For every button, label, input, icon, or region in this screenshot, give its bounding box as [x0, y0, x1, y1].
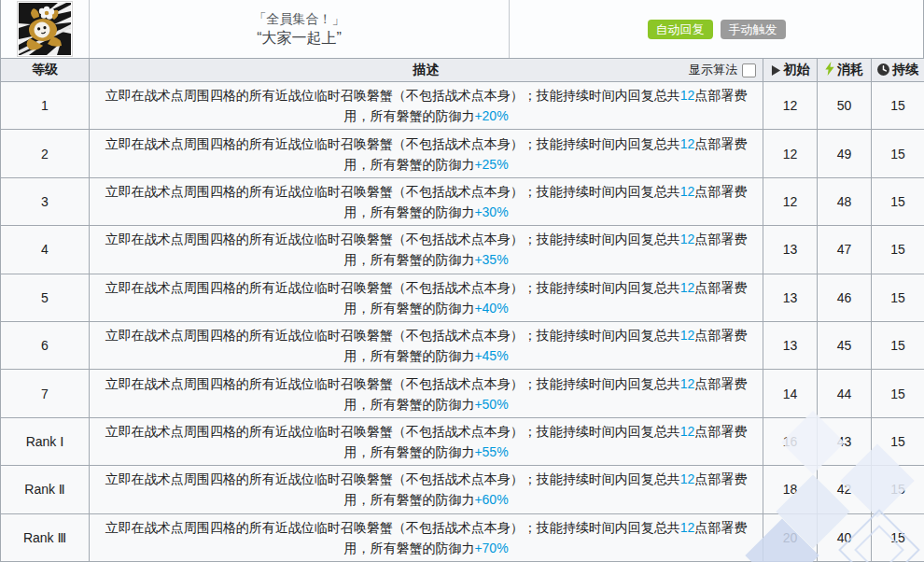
defense-bonus-value: +50%: [474, 397, 508, 412]
sp-recovery-value: 12: [680, 376, 695, 391]
defense-bonus-value: +30%: [474, 204, 508, 219]
desc-line1-pre: 立即在战术点周围四格的所有近战位临时召唤磐蟹（不包括战术点本身）；技能持续时间内…: [105, 136, 680, 151]
defense-bonus-value: +60%: [474, 492, 508, 507]
initial-sp-cell: 16: [763, 417, 818, 465]
description-cell: 立即在战术点周围四格的所有近战位临时召唤磐蟹（不包括战术点本身）；技能持续时间内…: [90, 370, 763, 417]
desc-line1-pre: 立即在战术点周围四格的所有近战位临时召唤磐蟹（不包括战术点本身）；技能持续时间内…: [105, 184, 680, 199]
desc-line2-pre: 用，所有磐蟹的防御力: [343, 252, 474, 267]
sp-cost-cell: 50: [818, 82, 872, 130]
sp-cost-cell: 43: [818, 417, 872, 465]
skill-title: 「全員集合！」: [254, 10, 345, 27]
lightning-bolt-icon: [825, 62, 834, 76]
sp-cost-cell: 49: [818, 130, 872, 177]
skill-level-table: 等级 描述 显示算法 初始 消耗 持续 1 立即在战术点周围四格的所有近战位临时…: [0, 58, 924, 562]
desc-line2-pre: 用，所有磐蟹的防御力: [343, 348, 474, 363]
skill-level-row: 2 立即在战术点周围四格的所有近战位临时召唤磐蟹（不包括战术点本身）；技能持续时…: [1, 130, 924, 177]
level-column-header: 等级: [1, 59, 90, 82]
desc-line1-post: 点部署费: [694, 424, 747, 439]
description-cell: 立即在战术点周围四格的所有近战位临时召唤磐蟹（不包括战术点本身）；技能持续时间内…: [90, 321, 763, 369]
defense-bonus-value: +45%: [474, 348, 508, 363]
show-algorithm-control: 显示算法: [689, 62, 756, 78]
initial-sp-cell: 20: [763, 513, 818, 561]
duration-cell: 15: [872, 513, 924, 561]
description-cell: 立即在战术点周围四格的所有近战位临时召唤磐蟹（不包括战术点本身）；技能持续时间内…: [90, 466, 763, 513]
level-cell: 1: [1, 82, 90, 130]
desc-line1-post: 点部署费: [694, 88, 747, 103]
desc-line2-pre: 用，所有磐蟹的防御力: [343, 397, 474, 412]
sp-recovery-value: 12: [680, 471, 695, 486]
skill-level-row: Rank Ⅱ 立即在战术点周围四格的所有近战位临时召唤磐蟹（不包括战术点本身）；…: [1, 466, 924, 513]
initial-sp-cell: 13: [763, 274, 818, 321]
duration-cell: 15: [872, 177, 924, 225]
defense-bonus-value: +40%: [474, 301, 508, 316]
desc-line1-pre: 立即在战术点周围四格的所有近战位临时召唤磐蟹（不包括战术点本身）；技能持续时间内…: [105, 376, 680, 391]
skill-level-row: 7 立即在战术点周围四格的所有近战位临时召唤磐蟹（不包括战术点本身）；技能持续时…: [1, 370, 924, 417]
level-cell: 3: [1, 177, 90, 225]
defense-bonus-value: +70%: [474, 541, 508, 555]
level-cell: 6: [1, 321, 90, 369]
sp-charge-type-badge: 自动回复: [648, 20, 713, 39]
defense-bonus-value: +35%: [474, 252, 508, 267]
description-cell: 立即在战术点周围四格的所有近战位临时召唤磐蟹（不包括战术点本身）；技能持续时间内…: [90, 417, 763, 465]
table-header-row: 等级 描述 显示算法 初始 消耗 持续: [1, 59, 924, 82]
sp-cost-cell: 42: [818, 466, 872, 513]
skill-level-row: 3 立即在战术点周围四格的所有近战位临时召唤磐蟹（不包括战术点本身）；技能持续时…: [1, 177, 924, 225]
desc-line1-post: 点部署费: [694, 232, 747, 246]
level-cell: Rank Ⅲ: [1, 513, 90, 561]
sp-cost-label: 消耗: [837, 62, 863, 77]
skill-table-body: 1 立即在战术点周围四格的所有近战位临时召唤磐蟹（不包括战术点本身）；技能持续时…: [1, 82, 924, 562]
defense-bonus-value: +20%: [474, 108, 508, 123]
skill-level-row: 4 立即在战术点周围四格的所有近战位临时召唤磐蟹（不包括战术点本身）；技能持续时…: [1, 226, 924, 274]
sp-recovery-value: 12: [680, 280, 695, 295]
desc-line1-pre: 立即在战术点周围四格的所有近战位临时召唤磐蟹（不包括战术点本身）；技能持续时间内…: [105, 88, 680, 103]
clock-icon: [877, 63, 889, 76]
sp-cost-cell: 45: [818, 321, 872, 369]
sp-recovery-value: 12: [680, 136, 695, 151]
defense-bonus-value: +25%: [474, 157, 508, 172]
initial-sp-cell: 12: [763, 130, 818, 177]
desc-line1-pre: 立即在战术点周围四格的所有近战位临时召唤磐蟹（不包括战术点本身）；技能持续时间内…: [105, 328, 680, 343]
description-cell: 立即在战术点周围四格的所有近战位临时召唤磐蟹（不包括战术点本身）；技能持续时间内…: [90, 177, 763, 225]
desc-line2-pre: 用，所有磐蟹的防御力: [343, 301, 474, 316]
desc-line2-pre: 用，所有磐蟹的防御力: [343, 157, 474, 172]
duration-cell: 15: [872, 130, 924, 177]
desc-line1-post: 点部署费: [694, 520, 747, 535]
skill-level-row: Rank Ⅰ 立即在战术点周围四格的所有近战位临时召唤磐蟹（不包括战术点本身）；…: [1, 417, 924, 465]
skill-subtitle: “大家一起上”: [257, 29, 342, 48]
description-column-header: 描述 显示算法: [90, 59, 763, 82]
initial-sp-cell: 12: [763, 82, 818, 130]
desc-line1-pre: 立即在战术点周围四格的所有近战位临时召唤磐蟹（不包括战术点本身）；技能持续时间内…: [105, 424, 680, 439]
sp-cost-column-header: 消耗: [818, 59, 872, 82]
desc-line1-post: 点部署费: [694, 280, 747, 295]
desc-line2-pre: 用，所有磐蟹的防御力: [343, 541, 474, 555]
show-algorithm-checkbox[interactable]: [742, 63, 756, 77]
desc-line2-pre: 用，所有磐蟹的防御力: [343, 108, 474, 123]
duration-cell: 15: [872, 82, 924, 130]
duration-column-header: 持续: [872, 59, 924, 82]
desc-line2-pre: 用，所有磐蟹的防御力: [343, 204, 474, 219]
desc-line1-pre: 立即在战术点周围四格的所有近战位临时召唤磐蟹（不包括战术点本身）；技能持续时间内…: [105, 471, 680, 486]
crab-summon-skill-icon[interactable]: [17, 1, 73, 57]
level-cell: 2: [1, 130, 90, 177]
duration-cell: 15: [872, 226, 924, 274]
duration-cell: 15: [872, 466, 924, 513]
level-cell: Rank Ⅱ: [1, 466, 90, 513]
initial-sp-label: 初始: [784, 62, 810, 77]
skill-header: 「全員集合！」 “大家一起上” 自动回复 手动触发: [0, 0, 924, 58]
sp-recovery-value: 12: [680, 184, 695, 199]
sp-recovery-value: 12: [680, 328, 695, 343]
skill-title-block: 「全員集合！」 “大家一起上”: [90, 0, 510, 58]
description-cell: 立即在战术点周围四格的所有近战位临时召唤磐蟹（不包括战术点本身）；技能持续时间内…: [90, 513, 763, 561]
initial-sp-cell: 12: [763, 177, 818, 225]
desc-line2-pre: 用，所有磐蟹的防御力: [343, 492, 474, 507]
desc-line1-pre: 立即在战术点周围四格的所有近战位临时召唤磐蟹（不包括战术点本身）；技能持续时间内…: [105, 232, 680, 246]
skill-level-row: 5 立即在战术点周围四格的所有近战位临时召唤磐蟹（不包括战术点本身）；技能持续时…: [1, 274, 924, 321]
trigger-type-badge: 手动触发: [721, 20, 786, 39]
skill-type-badges: 自动回复 手动触发: [510, 0, 923, 58]
initial-sp-cell: 14: [763, 370, 818, 417]
initial-sp-cell: 18: [763, 466, 818, 513]
sp-cost-cell: 40: [818, 513, 872, 561]
sp-cost-cell: 44: [818, 370, 872, 417]
description-cell: 立即在战术点周围四格的所有近战位临时召唤磐蟹（不包括战术点本身）；技能持续时间内…: [90, 82, 763, 130]
level-cell: 4: [1, 226, 90, 274]
